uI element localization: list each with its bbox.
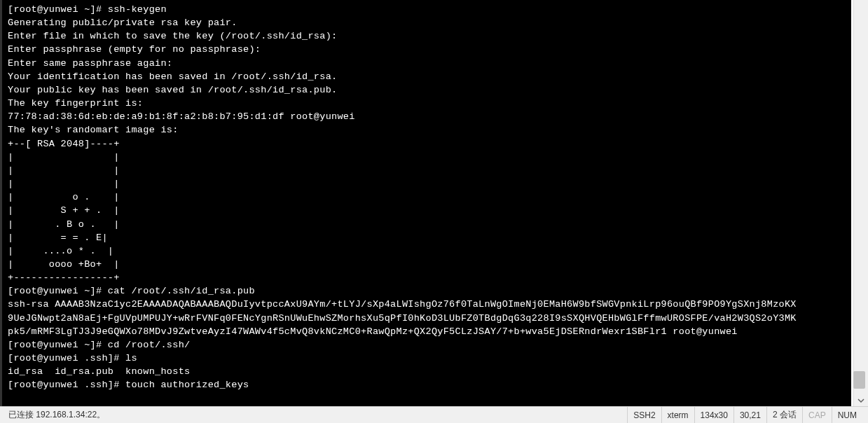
chevron-down-icon: [857, 397, 864, 404]
status-bar: 已连接 192.168.1.34:22。 SSH2 xterm 134x30 3…: [0, 406, 868, 423]
status-term: xterm: [661, 407, 694, 424]
status-cursor: 30,21: [733, 407, 766, 424]
terminal-line: +--[ RSA 2048]----+: [8, 137, 851, 151]
status-num: NUM: [832, 407, 862, 424]
terminal-line: Your public key has been saved in /root/…: [8, 83, 851, 97]
terminal-line: The key fingerprint is:: [8, 97, 851, 110]
terminal-line: | |: [8, 177, 851, 190]
terminal-line: | S + + . |: [8, 204, 851, 217]
terminal-line: +-----------------+: [8, 271, 851, 284]
terminal-line: Enter passphrase (empty for no passphras…: [8, 43, 851, 56]
terminal-line: Enter same passphrase again:: [8, 57, 851, 70]
terminal-line: Generating public/private rsa key pair.: [8, 16, 851, 29]
terminal-line: Enter file in which to save the key (/ro…: [8, 29, 851, 43]
status-cap: CAP: [802, 407, 832, 424]
terminal-line: id_rsa id_rsa.pub known_hosts: [8, 365, 851, 378]
terminal-line: | oooo +Bo+ |: [8, 258, 851, 271]
terminal-line: [root@yunwei .ssh]# touch authorized_key…: [8, 378, 851, 391]
terminal-line: ssh-rsa AAAAB3NzaC1yc2EAAAADAQABAAABAQDu…: [8, 298, 851, 311]
terminal-line: [root@yunwei .ssh]# ls: [8, 352, 851, 365]
status-connected: 已连接 192.168.1.34:22。: [6, 409, 627, 421]
terminal-line: | |: [8, 151, 851, 164]
terminal-line: [root@yunwei ~]# ssh-keygen: [8, 3, 851, 16]
terminal-line: | . B o . |: [8, 218, 851, 231]
scrollbar-area: [853, 0, 868, 406]
terminal-line: pk5/mRMF3LgTJ3J9eGQWXo78MDvJ9ZwtveAyzI47…: [8, 325, 851, 338]
terminal-line: [root@yunwei ~]# cd /root/.ssh/: [8, 338, 851, 352]
terminal-line: | = = . E|: [8, 231, 851, 244]
terminal[interactable]: [root@yunwei ~]# ssh-keygenGenerating pu…: [2, 0, 851, 406]
terminal-line: 9UeJGNwpt2aN8aEj+FgUVpUMPUJY+wRrFVNFq0FE…: [8, 312, 851, 325]
terminal-line: | |: [8, 164, 851, 177]
terminal-container: [root@yunwei ~]# ssh-keygenGenerating pu…: [0, 0, 868, 406]
scrollbar-track[interactable]: [855, 0, 867, 392]
terminal-line: Your identification has been saved in /r…: [8, 70, 851, 83]
terminal-line: The key's randomart image is:: [8, 123, 851, 137]
scrollbar-thumb[interactable]: [853, 371, 865, 389]
status-sessions: 2 会话: [766, 407, 802, 424]
status-size: 134x30: [694, 407, 733, 424]
terminal-line: 77:78:ad:38:6d:eb:de:a9:b1:8f:a2:b8:b7:9…: [8, 110, 851, 123]
scroll-down-button[interactable]: [855, 394, 867, 406]
terminal-line: | ....o * . |: [8, 244, 851, 258]
terminal-line: | o . |: [8, 190, 851, 204]
terminal-line: [root@yunwei ~]# cat /root/.ssh/id_rsa.p…: [8, 284, 851, 298]
status-protocol: SSH2: [627, 407, 661, 424]
